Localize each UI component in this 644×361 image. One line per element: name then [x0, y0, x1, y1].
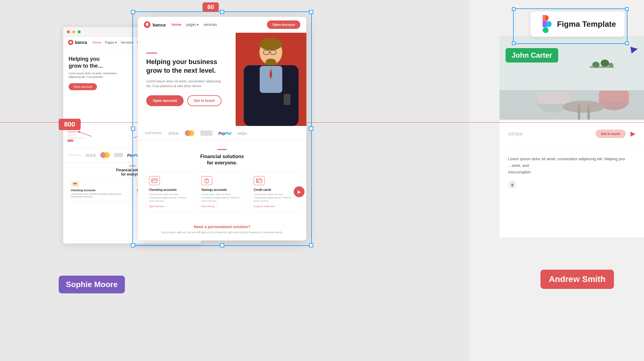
open-account-button[interactable]: Open account	[146, 95, 184, 106]
cursor-right: ▶	[630, 130, 636, 138]
main-hero-image	[236, 33, 306, 126]
checking-icon	[149, 176, 160, 185]
checking-link[interactable]: Open Account →	[149, 205, 190, 208]
personalized-section: Need a personalized solution? Get in tou…	[138, 218, 306, 240]
handle-tr[interactable]	[309, 10, 313, 14]
fin-card-checking: Checking accounts Lorem ipsum dolor sit …	[145, 172, 194, 213]
get-in-touch-btn[interactable]: Get in touch	[596, 130, 626, 138]
right-panel: Figma Template	[469, 0, 644, 361]
handle-l[interactable]	[131, 127, 135, 131]
visa-logo: VISA	[168, 131, 179, 136]
circle-element: ◉	[508, 180, 516, 189]
left-nav-pages[interactable]: Pages ▾	[105, 41, 117, 44]
main-nav-open-account[interactable]: Open Account	[267, 20, 300, 29]
left-card-checking-title: Checking accounts	[71, 189, 128, 192]
svg-rect-45	[500, 36, 644, 90]
left-nav-home[interactable]: Home	[92, 41, 101, 44]
credit-text: Lorem ipsum dolor sit amet consectetur a…	[254, 193, 295, 203]
fin-card-credit: Credit cards Lorem ipsum dolor sit amet …	[250, 172, 299, 213]
office-image: John Carter ◀	[500, 36, 644, 120]
left-card-checking: 💳 Checking accounts Lorem ipsum dolor si…	[67, 178, 131, 201]
savings-link[interactable]: Start Saving →	[201, 205, 243, 208]
checking-title: Checking accounts	[149, 188, 190, 191]
svg-point-49	[601, 60, 609, 67]
savings-title: Savings accounts	[201, 188, 243, 191]
svg-point-48	[592, 62, 599, 68]
maximize-dot	[78, 30, 81, 33]
handle-r[interactable]	[309, 127, 313, 131]
handle-tl[interactable]	[131, 10, 135, 14]
fin-card-savings: Savings accounts Lorem ipsum dolor sit a…	[197, 172, 247, 213]
sophie-moore-badge: Sophie Moore	[59, 276, 125, 293]
left-hero-cta[interactable]: Open account	[69, 83, 97, 90]
stripe-row: stripe Get in touch ▶	[500, 120, 644, 147]
partners-bar: PARTNERS VISA PayPal stripe	[138, 126, 306, 141]
nav-link-home[interactable]: home	[172, 23, 181, 27]
credit-icon	[254, 176, 265, 185]
get-in-touch-button[interactable]: Get in touch	[187, 95, 221, 106]
fin-next-button[interactable]: ▶	[294, 186, 305, 197]
main-browser-mockup: banca home pages ▾ services Open Account…	[138, 17, 306, 240]
personalized-subtitle: Get in touch with us, and we will help y…	[145, 231, 299, 234]
mastercard-logo	[185, 130, 194, 136]
main-hero: Helping your business grow to the next l…	[138, 33, 306, 126]
svg-rect-37	[257, 181, 259, 182]
left-banca-icon	[68, 40, 73, 45]
svg-rect-41	[543, 21, 546, 27]
right-lower-content: Lorem ipsum dolor sit amet, consectetur …	[500, 147, 644, 237]
main-nav: banca home pages ▾ services Open Account	[138, 17, 306, 33]
main-banca-logo: banca	[144, 21, 166, 28]
svg-line-9	[79, 132, 91, 136]
left-banca-logo: banca	[68, 40, 87, 45]
handle-br[interactable]	[309, 243, 313, 247]
left-mastercard	[100, 152, 110, 158]
svg-point-55	[563, 101, 605, 113]
svg-rect-42	[543, 27, 549, 33]
svg-rect-29	[284, 94, 290, 105]
minimize-dot	[72, 30, 75, 33]
left-banca-name: banca	[75, 40, 87, 45]
bank-logo	[200, 130, 212, 136]
dimension-label-800: 800	[59, 119, 81, 130]
handle-bl[interactable]	[131, 243, 135, 247]
dimension-label-60: 60	[203, 2, 219, 12]
savings-icon	[201, 176, 212, 185]
horizontal-guide	[0, 122, 644, 123]
left-card-checking-text: Lorem ipsum dolor sit amet consectetur a…	[71, 193, 128, 198]
close-dot	[67, 30, 70, 33]
nav-link-pages[interactable]: pages ▾	[186, 23, 199, 27]
paypal-logo: PayPal	[218, 131, 231, 136]
svg-point-0	[70, 41, 72, 44]
fin-accent	[218, 149, 227, 150]
nav-link-services[interactable]: services	[203, 23, 217, 27]
fin-section-title: Financial solutions for everyone.	[145, 154, 299, 166]
svg-rect-39	[543, 15, 546, 21]
handle-t[interactable]	[220, 10, 224, 14]
main-nav-links: home pages ▾ services	[172, 23, 217, 27]
svg-rect-57	[587, 105, 590, 120]
main-hero-content: Helping your business grow to the next l…	[138, 33, 236, 126]
credit-link[interactable]: Request credit card →	[254, 205, 295, 208]
savings-text: Lorem ipsum dolor sit amet consectetur a…	[201, 193, 243, 203]
main-banca-icon	[144, 21, 150, 28]
financial-section: Financial solutions for everyone. Checki…	[138, 141, 306, 218]
left-nav-services[interactable]: Services	[121, 41, 133, 44]
john-carter-badge: John Carter	[506, 48, 558, 63]
credit-title: Credit cards	[254, 188, 295, 191]
svg-rect-13	[67, 139, 73, 142]
left-hero-title: Helping yougrow to the…	[69, 56, 129, 70]
checking-text: Lorem ipsum dolor sit amet consectetur a…	[149, 193, 190, 203]
left-hero-subtitle: Lorem ipsum dolor sit amet, consectetur …	[69, 72, 123, 79]
figma-handle-tl[interactable]	[512, 7, 516, 11]
hero-accent	[146, 53, 157, 54]
stripe-logo: stripe	[237, 131, 247, 136]
figma-template-text: Figma Template	[557, 20, 616, 29]
svg-rect-30	[152, 179, 157, 183]
figma-icon	[539, 17, 552, 31]
handle-b[interactable]	[220, 243, 224, 247]
figma-handle-tr[interactable]	[625, 7, 629, 11]
figma-template-badge: Figma Template	[531, 11, 624, 37]
main-hero-subtitle: Lorem ipsum dolor sit amet, consectetur …	[146, 79, 224, 89]
stripe-label: stripe	[508, 131, 523, 137]
main-hero-buttons: Open account Get in touch	[146, 95, 227, 106]
